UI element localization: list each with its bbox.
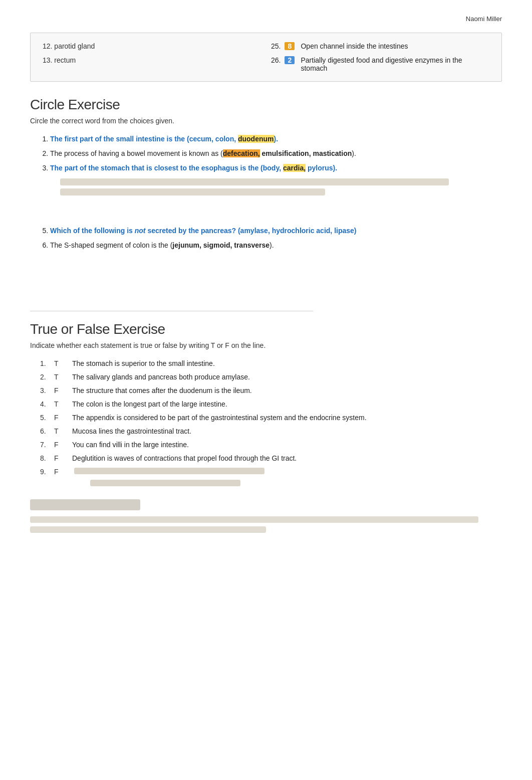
italic-text: not	[135, 227, 146, 235]
tf-answer: T	[54, 372, 72, 382]
answer-text: Open channel inside the intestines	[301, 42, 408, 50]
list-item: Which of the following is not secreted b…	[50, 226, 502, 236]
answer-number: 25.	[271, 42, 281, 50]
item-number: 8.	[40, 453, 54, 464]
item-number: 1.	[40, 358, 54, 369]
highlighted-word: duodenum	[238, 135, 274, 143]
answer-badge: 2	[285, 56, 295, 64]
item-text: Deglutition is waves of contractions tha…	[72, 453, 502, 464]
list-item: The part of the stomach that is closest …	[50, 163, 502, 173]
list-item: The first part of the small intestine is…	[50, 134, 502, 144]
circle-exercise-section: Circle Exercise Circle the correct word …	[30, 97, 502, 251]
tf-answer: T	[54, 358, 72, 369]
item-text: Which of the following is not secreted b…	[50, 227, 356, 235]
item-number: 3.	[40, 385, 54, 396]
item-label: 12. parotid gland	[43, 42, 108, 50]
list-item: 2. T The salivary glands and pancreas bo…	[40, 372, 502, 382]
list-item: 4. T The colon is the longest part of th…	[40, 399, 502, 410]
tf-answer: F	[54, 413, 72, 423]
true-false-title: True or False Exercise	[30, 321, 502, 337]
highlighted-word: defecation,	[223, 149, 260, 157]
blurred-section	[30, 499, 502, 533]
item-number: 7.	[40, 440, 54, 450]
item-number: 9.	[40, 467, 54, 477]
item-text: The structure that comes after the duode…	[72, 385, 502, 396]
table-row: 12. parotid gland	[43, 42, 261, 50]
item-text: Mucosa lines the gastrointestinal tract.	[72, 426, 502, 437]
item-text: The first part of the small intestine is…	[50, 135, 278, 143]
blurred-title	[30, 499, 140, 510]
blurred-text	[30, 516, 478, 523]
table-row: 13. rectum	[43, 56, 261, 72]
highlighted-word: cardia,	[283, 164, 306, 172]
bold-text: emulsification, mastication	[262, 149, 352, 157]
blurred-text	[30, 526, 266, 533]
item-number: 6.	[40, 426, 54, 437]
list-item: The S-shaped segment of colon is the (je…	[50, 240, 502, 251]
item-text-blurred	[72, 467, 502, 489]
item-text: You can find villi in the large intestin…	[72, 440, 502, 450]
list-item: 9. F	[40, 467, 502, 489]
item-text: The colon is the longest part of the lar…	[72, 399, 502, 410]
list-item: 8. F Deglutition is waves of contraction…	[40, 453, 502, 464]
tf-answer: T	[54, 426, 72, 437]
circle-exercise-title: Circle Exercise	[30, 97, 502, 113]
circle-exercise-list-cont: Which of the following is not secreted b…	[30, 226, 502, 251]
tf-answer: F	[54, 385, 72, 396]
item-number: 2.	[40, 372, 54, 382]
blurred-content	[60, 178, 502, 196]
item-text: The stomach is superior to the small int…	[72, 358, 502, 369]
author-name: Naomi Miller	[30, 15, 502, 23]
item-label: 13. rectum	[43, 56, 108, 64]
spacer	[30, 206, 502, 226]
tf-answer: F	[54, 467, 72, 477]
item-text: The S-shaped segment of colon is the (je…	[50, 241, 274, 249]
item-number: 5.	[40, 413, 54, 423]
answer-badge: 8	[285, 42, 295, 50]
list-item: 3. F The structure that comes after the …	[40, 385, 502, 396]
item-text: The appendix is considered to be part of…	[72, 413, 502, 423]
list-item: 1. T The stomach is superior to the smal…	[40, 358, 502, 369]
true-false-section: True or False Exercise Indicate whether …	[30, 321, 502, 489]
list-item: 6. T Mucosa lines the gastrointestinal t…	[40, 426, 502, 437]
list-item: 5. F The appendix is considered to be pa…	[40, 413, 502, 423]
list-item-blurred	[40, 178, 502, 196]
circle-exercise-list: The first part of the small intestine is…	[30, 134, 502, 196]
circle-exercise-instruction: Circle the correct word from the choices…	[30, 117, 502, 125]
table-row: 26. 2 Partially digested food and digest…	[271, 56, 489, 72]
item-number: 4.	[40, 399, 54, 410]
tf-answer: F	[54, 440, 72, 450]
list-item: 7. F You can find villi in the large int…	[40, 440, 502, 450]
true-false-list: 1. T The stomach is superior to the smal…	[30, 358, 502, 489]
bold-text: jejunum, sigmoid, transverse	[172, 241, 270, 249]
section-divider	[30, 311, 313, 311]
table-row: 25. 8 Open channel inside the intestines	[271, 42, 489, 50]
list-item: The process of having a bowel movement i…	[50, 148, 502, 159]
table-section: 12. parotid gland 25. 8 Open channel ins…	[30, 33, 502, 82]
tf-answer: T	[54, 399, 72, 410]
true-false-instruction: Indicate whether each statement is true …	[30, 341, 502, 349]
answer-number: 26.	[271, 56, 281, 64]
item-text: The part of the stomach that is closest …	[50, 164, 337, 172]
answer-text: Partially digested food and digestive en…	[301, 56, 489, 72]
spacer	[30, 261, 502, 301]
tf-answer: F	[54, 453, 72, 464]
item-text: The process of having a bowel movement i…	[50, 149, 356, 157]
item-text: The salivary glands and pancreas both pr…	[72, 372, 502, 382]
